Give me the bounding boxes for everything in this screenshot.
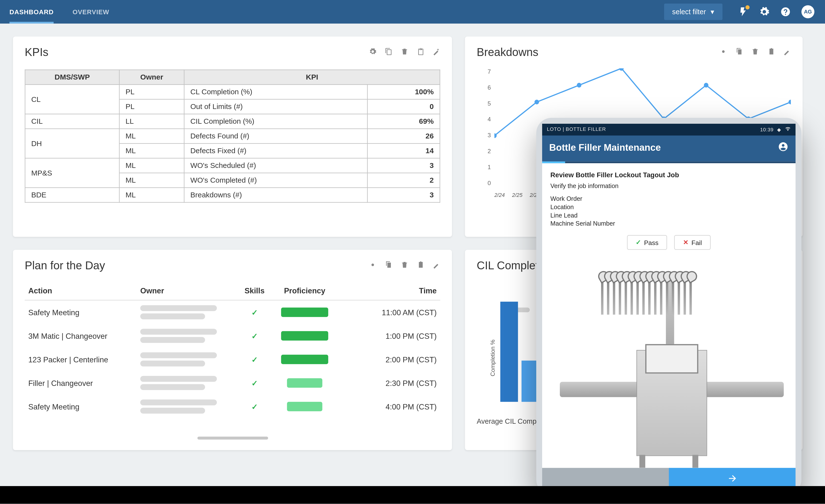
window-frame-bottom	[0, 486, 825, 504]
kpi-val: 3	[367, 187, 440, 202]
wifi-icon	[785, 126, 791, 133]
plan-row[interactable]: 123 Packer | Centerline✓2:00 PM (CST)	[25, 348, 440, 371]
plan-th-time: Time	[337, 281, 440, 300]
cil-caption: Average CIL Comp	[477, 417, 536, 425]
fail-button[interactable]: ✕ Fail	[674, 235, 710, 250]
y-tick: 3	[483, 132, 491, 139]
copy-icon[interactable]	[385, 260, 392, 271]
kpi-th-owner: Owner	[119, 70, 184, 84]
kpi-val: 3	[367, 158, 440, 173]
pass-button[interactable]: ✓ Pass	[627, 235, 667, 250]
gear-icon[interactable]	[759, 6, 769, 17]
kpi-name: WO's Scheduled (#)	[184, 158, 367, 173]
wand-icon[interactable]	[433, 47, 440, 58]
plan-row[interactable]: Filler | Changeover✓2:30 PM (CST)	[25, 371, 440, 395]
tab-overview[interactable]: OVERVIEW	[63, 0, 119, 23]
kpi-title: KPIs	[25, 46, 48, 59]
gear-icon[interactable]	[720, 47, 727, 58]
svg-point-5	[704, 83, 708, 87]
tablet-field: Location	[550, 203, 788, 211]
x-icon: ✕	[683, 239, 688, 246]
kpi-name: Breakdowns (#)	[184, 187, 367, 202]
clipboard-icon[interactable]	[767, 47, 775, 58]
plan-prof	[272, 395, 337, 418]
kpi-owner: PL	[119, 99, 184, 114]
trash-icon[interactable]	[751, 47, 759, 58]
tablet-heading: Review Bottle Filler Lockout Tagout Job	[550, 171, 788, 178]
plan-prof	[272, 371, 337, 395]
clipboard-icon[interactable]	[417, 47, 424, 58]
plan-row[interactable]: Safety Meeting✓4:00 PM (CST)	[25, 395, 440, 418]
tablet-sub: Verify the job information	[550, 182, 788, 189]
y-tick: 5	[483, 100, 491, 106]
y-tick: 7	[483, 68, 491, 75]
plan-th-owner: Owner	[137, 281, 237, 300]
kpi-val: 2	[367, 173, 440, 187]
kpi-name: Defects Fixed (#)	[184, 143, 367, 158]
tablet-field: Machine Serial Number	[550, 220, 788, 227]
trash-icon[interactable]	[401, 260, 408, 271]
kpi-th-kpi: KPI	[184, 70, 440, 84]
tablet-header: Bottle Filler Maintenance	[542, 136, 796, 162]
clipboard-icon[interactable]	[417, 260, 424, 271]
filter-select[interactable]: select filter ▾	[664, 3, 722, 20]
kpi-name: CIL Completion (%)	[184, 114, 367, 129]
plan-action: Safety Meeting	[25, 395, 137, 418]
kpi-cat: DH	[25, 129, 119, 158]
kpi-name: Out of Limits (#)	[184, 99, 367, 114]
wand-icon[interactable]	[783, 47, 791, 58]
kpi-name: CL Completion (%)	[184, 84, 367, 99]
kpi-owner: LL	[119, 114, 184, 129]
breakdowns-title: Breakdowns	[477, 46, 538, 59]
plan-prof	[272, 324, 337, 348]
tablet-title: Bottle Filler Maintenance	[549, 143, 661, 153]
gear-icon[interactable]	[369, 47, 376, 58]
plan-time: 11:00 AM (CST)	[337, 300, 440, 324]
kpi-cat: CL	[25, 84, 119, 114]
plan-time: 2:00 PM (CST)	[337, 348, 440, 371]
skills-check-icon: ✓	[237, 324, 272, 348]
plan-action: Filler | Changeover	[25, 371, 137, 395]
copy-icon[interactable]	[385, 47, 392, 58]
plan-th-skills: Skills	[237, 281, 272, 300]
plan-prof	[272, 300, 337, 324]
tab-dashboard[interactable]: DASHBOARD	[0, 0, 63, 23]
plan-time: 1:00 PM (CST)	[337, 324, 440, 348]
scrollbar-thumb[interactable]	[197, 436, 268, 439]
kpi-val: 26	[367, 129, 440, 143]
plan-th-prof: Proficiency	[272, 281, 337, 300]
kpi-owner: ML	[119, 173, 184, 187]
bolt-icon[interactable]	[738, 6, 748, 17]
trash-icon[interactable]	[401, 47, 408, 58]
kpi-owner: PL	[119, 84, 184, 99]
y-tick: 4	[483, 116, 491, 122]
x-tick: 2/24	[495, 192, 510, 198]
skills-check-icon: ✓	[237, 371, 272, 395]
card-tools	[369, 260, 440, 271]
signal-icon: ◆	[777, 127, 781, 133]
plan-owner	[137, 324, 237, 348]
plan-action: Safety Meeting	[25, 300, 137, 324]
svg-point-7	[789, 100, 791, 104]
notification-dot	[745, 5, 750, 10]
plan-row[interactable]: 3M Matic | Changeover✓1:00 PM (CST)	[25, 324, 440, 348]
plan-prof	[272, 348, 337, 371]
plan-owner	[137, 348, 237, 371]
skills-check-icon: ✓	[237, 300, 272, 324]
kpi-th-dms: DMS/SWP	[25, 70, 119, 84]
kpi-owner: ML	[119, 158, 184, 173]
tablet-image	[542, 262, 796, 468]
user-avatar[interactable]: AG	[802, 5, 814, 18]
help-icon[interactable]	[780, 6, 791, 17]
status-time: 10:39	[760, 127, 774, 133]
card-tools	[720, 47, 791, 58]
wand-icon[interactable]	[433, 260, 440, 271]
kpi-val: 100%	[367, 84, 440, 99]
y-tick: 2	[483, 148, 491, 154]
account-icon[interactable]	[778, 142, 789, 154]
tablet-field: Line Lead	[550, 212, 788, 219]
plan-row[interactable]: Safety Meeting✓11:00 AM (CST)	[25, 300, 440, 324]
copy-icon[interactable]	[735, 47, 743, 58]
gear-icon[interactable]	[369, 260, 376, 271]
kpi-card: KPIs DMS/SWP Owner KPI	[13, 36, 452, 237]
